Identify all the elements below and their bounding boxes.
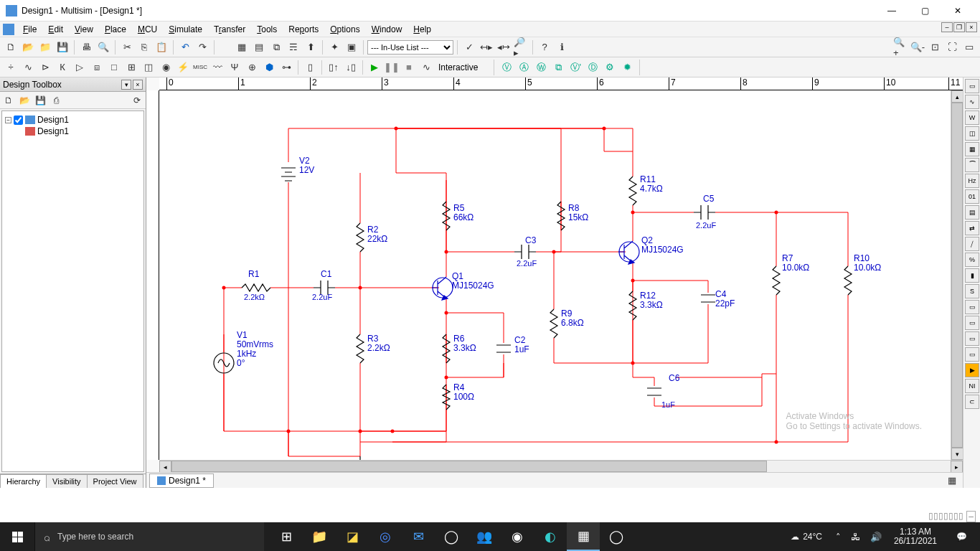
parent-icon[interactable]: ⬆ — [303, 39, 319, 55]
hier-up-icon[interactable]: ▯↑ — [326, 60, 341, 75]
stop-button[interactable]: ■ — [401, 60, 417, 75]
postproc-icon[interactable]: ☴ — [286, 39, 301, 55]
new-icon[interactable]: 🗋 — [3, 39, 19, 55]
zoom-area-icon[interactable]: ⊡ — [927, 39, 943, 55]
back-annotate-icon[interactable]: ↤▸ — [479, 39, 494, 55]
label-C6v[interactable]: 1uF — [661, 400, 675, 410]
word-gen-icon[interactable]: 01 — [965, 189, 979, 204]
paste-icon[interactable]: 📋 — [154, 39, 169, 55]
label-C3[interactable]: C3 — [525, 236, 536, 245]
wattmeter-icon[interactable]: W — [965, 110, 979, 125]
place-advanced-icon[interactable]: 〰 — [209, 60, 225, 75]
probe-d-icon[interactable]: Ⓓ — [585, 60, 600, 75]
tb-refresh-icon[interactable]: ⟳ — [130, 93, 144, 108]
network-icon[interactable]: S — [965, 284, 979, 298]
tb-open-icon[interactable]: 📂 — [17, 93, 32, 108]
weather-widget[interactable]: ☁ 24°C — [785, 532, 828, 542]
teams-icon[interactable]: 👥 — [468, 522, 501, 551]
hier-down-icon[interactable]: ↓▯ — [343, 60, 359, 75]
place-electromech-icon[interactable]: ⊕ — [244, 60, 260, 75]
tray-clock[interactable]: 1:13 AM 26/11/2021 — [890, 527, 941, 546]
component-wizard-icon[interactable]: ✦ — [326, 39, 342, 55]
run-button[interactable]: ▶ — [367, 60, 382, 75]
menu-help[interactable]: Help — [407, 23, 437, 36]
place-mixed-icon[interactable]: ◫ — [141, 60, 156, 75]
place-ni-icon[interactable]: ⬢ — [261, 60, 277, 75]
label-C5[interactable]: C5 — [703, 194, 714, 204]
menu-transfer[interactable]: Transfer — [208, 23, 251, 36]
menu-window[interactable]: Window — [366, 23, 408, 36]
open-icon[interactable]: 📂 — [20, 39, 36, 55]
agilent-scope-icon[interactable]: ▭ — [965, 331, 979, 346]
tb-saveall-icon[interactable]: ⎙ — [49, 93, 63, 108]
task-view-icon[interactable]: ⊞ — [270, 522, 303, 551]
label-R8[interactable]: R815kΩ — [568, 204, 588, 222]
tray-chevron-icon[interactable]: ˄ — [834, 529, 843, 545]
spreadsheet-icon[interactable]: ▤ — [251, 39, 267, 55]
chrome2-icon[interactable]: ◯ — [600, 522, 633, 551]
taskbar-search[interactable]: ⌕ Type here to search — [34, 522, 264, 551]
place-misc-digital-icon[interactable]: ⊞ — [123, 60, 139, 75]
iv-analyzer-icon[interactable]: ⧸ — [965, 237, 979, 251]
label-C1v[interactable]: 2.2uF — [312, 293, 332, 302]
tree-child-node[interactable]: Design1 — [5, 126, 141, 137]
probe-i-icon[interactable]: Ⓐ — [516, 60, 532, 75]
erc-icon[interactable]: ✓ — [461, 39, 477, 55]
place-diode-icon[interactable]: ⊳ — [37, 60, 53, 75]
place-basic-icon[interactable]: ∿ — [20, 60, 36, 75]
database-icon[interactable]: ▣ — [344, 39, 359, 55]
tree-root-checkbox[interactable] — [14, 116, 23, 125]
place-mcu-icon[interactable]: ▯ — [302, 60, 318, 75]
mdi-close[interactable]: × — [966, 22, 977, 32]
minimize-button[interactable]: — — [875, 0, 908, 22]
mail-icon[interactable]: ✉ — [402, 522, 435, 551]
chrome-icon[interactable]: ◯ — [435, 522, 468, 551]
zoom-icon[interactable]: ◎ — [369, 522, 402, 551]
place-misc-icon[interactable]: MISC — [192, 60, 208, 75]
label-R5[interactable]: R566kΩ — [453, 204, 473, 222]
multimeter-icon[interactable]: ▭ — [965, 79, 979, 93]
tek-scope-icon[interactable]: ▭ — [965, 347, 979, 362]
maximize-button[interactable]: ▢ — [908, 0, 941, 22]
place-indicator-icon[interactable]: ◉ — [158, 60, 174, 75]
vertical-scrollbar[interactable]: ▴ ▾ — [951, 90, 963, 460]
place-cmos-icon[interactable]: □ — [106, 60, 122, 75]
toolbox-dropdown-icon[interactable]: ▾ — [121, 80, 131, 90]
label-R9[interactable]: R96.8kΩ — [561, 309, 584, 328]
distortion-icon[interactable]: % — [965, 253, 979, 267]
explorer-icon[interactable]: 📁 — [303, 522, 336, 551]
grapher-icon[interactable]: ⧉ — [268, 39, 284, 55]
help-icon[interactable]: ? — [537, 39, 552, 55]
4ch-scope-icon[interactable]: ▦ — [965, 142, 979, 156]
ni-elvis-icon[interactable]: NI — [965, 379, 979, 393]
label-Q2[interactable]: Q2MJ15024G — [641, 236, 684, 255]
funcgen-icon[interactable]: ∿ — [965, 95, 979, 109]
undo-icon[interactable]: ↶ — [177, 39, 193, 55]
save-icon[interactable]: 💾 — [55, 39, 70, 55]
place-power-icon[interactable]: ⚡ — [175, 60, 191, 75]
schematic-canvas[interactable]: V212V V150mVrms 1kHz 0° R1 2.2kΩ C1 2.2u… — [159, 90, 951, 460]
label-C1[interactable]: C1 — [321, 270, 331, 279]
tab-hierarchy[interactable]: Hierarchy — [0, 474, 47, 488]
skype-icon[interactable]: ◉ — [501, 522, 534, 551]
edge-icon[interactable]: ◐ — [534, 522, 567, 551]
mdi-restore[interactable]: ❐ — [953, 22, 965, 32]
menu-simulate[interactable]: Simulate — [163, 23, 208, 36]
scroll-right-icon[interactable]: ▸ — [951, 461, 963, 473]
tree-root-node[interactable]: − Design1 — [5, 114, 141, 126]
label-R1[interactable]: R1 — [248, 270, 259, 279]
tray-volume-icon[interactable]: 🔊 — [868, 529, 884, 545]
cut-icon[interactable]: ✂ — [119, 39, 135, 55]
menu-view[interactable]: View — [69, 23, 99, 36]
design-tree[interactable]: − Design1 Design1 — [1, 110, 144, 472]
label-R7[interactable]: R710.0kΩ — [782, 254, 809, 273]
expand-icon[interactable]: − — [5, 117, 11, 123]
zoom-in-icon[interactable]: 🔍+ — [892, 39, 908, 55]
probe-ref-icon[interactable]: Ⓥ' — [567, 60, 583, 75]
agilent-fg-icon[interactable]: ▭ — [965, 300, 979, 314]
menu-mcu[interactable]: MCU — [132, 23, 163, 36]
redo-icon[interactable]: ↷ — [194, 39, 210, 55]
pause-button[interactable]: ❚❚ — [384, 60, 400, 75]
probe-v-icon[interactable]: Ⓥ — [499, 60, 514, 75]
mdi-minimize[interactable]: – — [941, 22, 953, 32]
